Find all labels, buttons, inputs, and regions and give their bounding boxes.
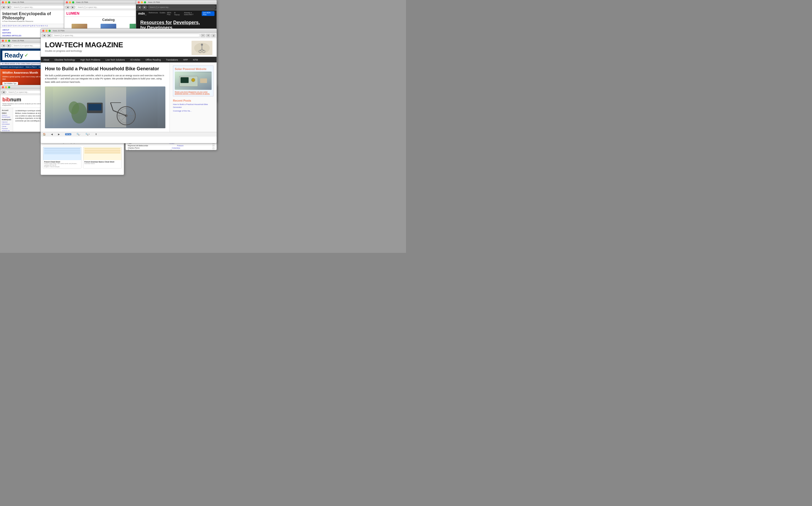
ltm-next-icon[interactable]: ▶: [58, 133, 60, 136]
ltm-window-title: Kwoc JS PWA: [53, 30, 65, 31]
ltm-nav-articles[interactable]: All Articles: [128, 57, 143, 63]
back-button[interactable]: ◀: [1, 91, 5, 94]
forward-button[interactable]: ▶: [47, 34, 51, 37]
mdn-subscribe-btn[interactable]: Get MDN Plus: [202, 11, 215, 16]
ltm-zoom-in-icon[interactable]: 🔍+: [85, 133, 90, 136]
back-button[interactable]: ◀: [42, 34, 46, 37]
ready-disasters-link[interactable]: Disasters and Emergencies ▾: [0, 65, 24, 69]
minimize-dot[interactable]: [69, 1, 71, 3]
ltm-nav-offline[interactable]: Offline Reading: [143, 57, 163, 63]
minimize-dot[interactable]: [5, 1, 7, 3]
ltm-article-title: How to Build a Practical Household Bike …: [45, 66, 165, 72]
mdn-window-title: Kwoc JS PWA: [148, 1, 160, 3]
minimize-dot[interactable]: [5, 86, 7, 88]
ltm-sidebar: Solar Powered Website: [170, 63, 217, 132]
minimize-dot[interactable]: [141, 1, 143, 3]
ltm-site-title: LOW-TECH MAGAZINE: [45, 41, 123, 49]
ltm-content: LOW-TECH MAGAZINE Doubts on progress and…: [41, 38, 217, 137]
ltm-nav-hightech[interactable]: High-Tech Problems: [78, 57, 103, 63]
bibnum-sidebar: Accueil INDEX Auteurs Numériques RUBRIQU…: [0, 108, 13, 132]
close-dot[interactable]: [2, 1, 4, 3]
forward-button[interactable]: ▶: [71, 6, 75, 9]
ltm-toc-badge[interactable]: ToC ▲: [65, 133, 71, 135]
bouq-author-poisson: Raymond dit Bellecombe Poisson (1): [128, 145, 215, 147]
refresh-button[interactable]: ⟳: [201, 34, 205, 37]
maximize-dot[interactable]: [49, 30, 51, 32]
ltm-nav-ntm[interactable]: NTM: [190, 57, 200, 63]
ltm-titlebar: Kwoc JS PWA: [41, 29, 217, 33]
ltm-article-img: [45, 86, 165, 128]
ready-plan-link[interactable]: Make a Plan ▾: [24, 65, 37, 69]
ltm-article-desc: We built a pedal-powered generator and c…: [45, 74, 165, 84]
svg-point-1: [201, 44, 203, 46]
minimize-dot[interactable]: [5, 40, 7, 42]
ltm-zoom-out-icon[interactable]: 🔍-: [77, 133, 80, 136]
ltm-home-icon[interactable]: 🏠: [43, 133, 46, 136]
bibnum-logo: bibnum: [2, 97, 21, 103]
ltm-scroll-top-icon[interactable]: ⬆: [95, 133, 97, 136]
maximize-dot[interactable]: [8, 86, 10, 88]
ltm-url-bar[interactable]: Search [*] or space key...: [52, 34, 200, 37]
bouq-colardeau-link[interactable]: Colardeau: [172, 147, 180, 149]
minimize-dot[interactable]: [46, 30, 48, 32]
ltm-recent-item-2[interactable]: Coverage of the Ha...: [173, 110, 214, 112]
maximize-dot[interactable]: [144, 1, 146, 3]
back-button[interactable]: ◀: [1, 44, 5, 47]
forward-button[interactable]: ▶: [142, 6, 147, 9]
mdn-theme-btn[interactable]: ⚙ Theme: [174, 12, 181, 16]
bibnum-numeriques-link[interactable]: Numériques: [2, 116, 11, 118]
bouq-poisson-link[interactable]: Poisson: [177, 145, 183, 147]
settings-button[interactable]: ⚙: [206, 34, 210, 37]
bibnum-nav-label: Accueil: [2, 109, 11, 111]
mdn-titlebar: Kwoc JS PWA: [136, 0, 217, 4]
kwec-french-info: French Cheat Sheet French cheat sheet, w…: [43, 160, 81, 168]
maximize-dot[interactable]: [72, 1, 74, 3]
mdn-logo: mdn_: [138, 12, 147, 15]
print-button[interactable]: 🖨: [211, 34, 216, 37]
bibnum-auteurs-link[interactable]: Auteurs: [2, 114, 11, 116]
ltm-nav-obsolete[interactable]: Obsolete Technology: [52, 57, 78, 63]
close-dot[interactable]: [2, 40, 4, 42]
ltm-title-block: LOW-TECH MAGAZINE Doubts on progress and…: [45, 41, 123, 52]
close-dot[interactable]: [66, 1, 68, 3]
back-button[interactable]: ◀: [1, 6, 5, 9]
iep-subtitle: A Peer-Reviewed Academic Resource: [2, 20, 64, 22]
mdn-toolbar: ◀ ▶ Search [*] or space key...: [136, 4, 217, 10]
ltm-solar-link[interactable]: Read Low-tech Magazine on our solar powe…: [175, 91, 212, 95]
ltm-nav-hpp[interactable]: HPP: [180, 57, 190, 63]
back-button[interactable]: ◀: [65, 6, 70, 9]
boundless-window-title: Kwoc JS PWA: [76, 1, 88, 3]
bouq-beaumont-link[interactable]: Beaumont: [171, 149, 179, 150]
mdn-url-bar[interactable]: Search [*] or space key...: [148, 5, 216, 9]
mdn-guides-link[interactable]: Guides: [160, 12, 165, 15]
back-button[interactable]: ◀: [137, 6, 141, 9]
lumen-logo: LUMEN: [66, 11, 79, 15]
close-dot[interactable]: [42, 30, 45, 32]
bouq-author-beaumont: Gustave de Beaumont (1): [128, 149, 215, 150]
maximize-dot[interactable]: [8, 40, 10, 42]
ltm-main: How to Build a Practical Household Bike …: [41, 63, 217, 132]
ltm-prev-icon[interactable]: ◀: [51, 133, 53, 136]
mdn-developers-link[interactable]: Developers,: [173, 20, 200, 25]
close-dot[interactable]: [2, 86, 4, 88]
mdn-header: mdn_ References Guides MDN Plus ⚙ Theme …: [136, 10, 217, 17]
ready-wildfire-btn[interactable]: Get Wildfire Tips: [2, 82, 18, 85]
ltm-nav-translations[interactable]: Translations: [163, 57, 180, 63]
ltm-article: How to Build a Practical Household Bike …: [41, 63, 170, 132]
mdn-plus-link[interactable]: MDN Plus: [167, 12, 172, 15]
ltm-nav-lowtech[interactable]: Low-Tech Solutions: [103, 57, 128, 63]
kwec-grammar-title[interactable]: French Grammar Basics Cheat Sheet: [84, 161, 120, 163]
iep-title-block: Internet Encyclopedia of Philosophy A Pe…: [2, 12, 64, 22]
mdn-references-link[interactable]: References: [149, 12, 158, 15]
close-dot[interactable]: [138, 1, 140, 3]
forward-button[interactable]: ▶: [7, 6, 11, 9]
ltm-mascot-img: [191, 41, 213, 55]
ltm-toolbar: ◀ ▶ Search [*] or space key... ⟳ ⚙ 🖨: [41, 33, 217, 38]
kwec-french-title[interactable]: French Cheat Sheet: [44, 161, 80, 163]
ltm-recent-item-1[interactable]: How to Build a Practical Household Bike …: [173, 103, 214, 109]
ltm-nav-about[interactable]: About: [41, 57, 52, 63]
svg-rect-27: [200, 78, 207, 83]
maximize-dot[interactable]: [8, 1, 10, 3]
forward-button[interactable]: ▶: [7, 44, 11, 47]
kwec-grammar-card: French Grammar Basics Cheat Sheet Gramma…: [83, 147, 122, 168]
